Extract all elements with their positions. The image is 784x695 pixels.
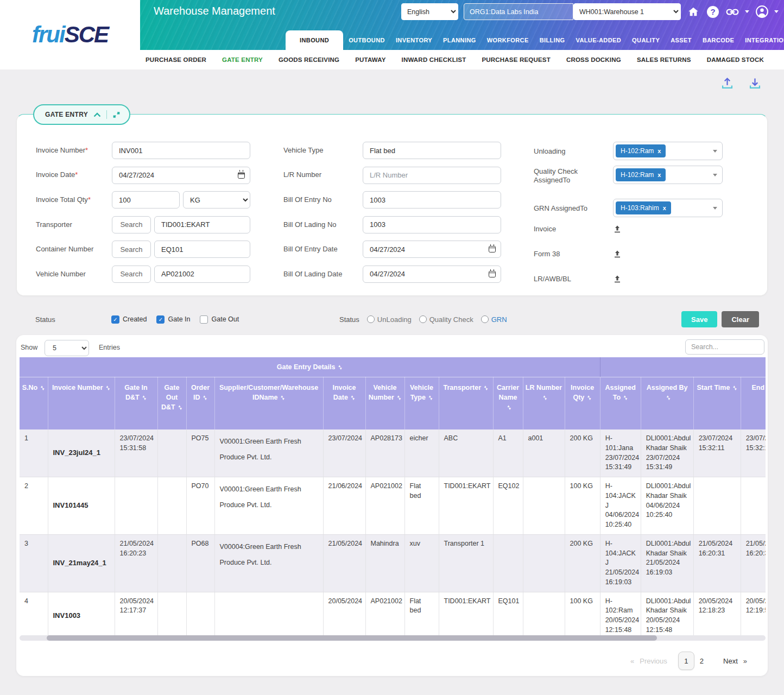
- page-size-select[interactable]: 5: [45, 340, 89, 356]
- tab-value-added[interactable]: VALUE-ADDED: [570, 30, 627, 50]
- bill-of-lading-date-input[interactable]: [363, 266, 501, 283]
- chip-remove-icon[interactable]: x: [657, 148, 661, 154]
- dropdown-caret-icon[interactable]: [713, 207, 717, 210]
- radio-icon[interactable]: [419, 315, 427, 323]
- column-header-invoice-date[interactable]: Invoice Date▲▼: [323, 377, 365, 429]
- subnav-item-inward-checklist[interactable]: INWARD CHECKLIST: [402, 56, 466, 63]
- calendar-icon[interactable]: [489, 246, 496, 252]
- status-radio-grn[interactable]: GRN: [481, 315, 507, 324]
- table-row[interactable]: 1INV_23jul24_123/07/2024 15:31:58PO75V00…: [20, 429, 766, 477]
- previous-button[interactable]: Previous: [640, 657, 667, 665]
- transporter-input[interactable]: [154, 216, 250, 233]
- page-2[interactable]: 2: [700, 657, 704, 665]
- chip-remove-icon[interactable]: x: [663, 205, 666, 211]
- vehicle-number-search-button[interactable]: Search: [112, 266, 151, 283]
- column-header-gate-in-d-t[interactable]: Gate In D&T▲▼: [115, 377, 157, 429]
- column-header-supplier-customer-warehouse-idname[interactable]: Supplier/Customer/Warehouse IDName▲▼: [214, 377, 323, 429]
- invoice-date-input[interactable]: [112, 167, 250, 184]
- tab-inbound[interactable]: INBOUND: [286, 30, 343, 50]
- sort-icon[interactable]: ▲▼: [280, 395, 285, 400]
- column-header-gate-out-d-t[interactable]: Gate Out D&T▲▼: [157, 377, 186, 429]
- bill-of-entry-date-input[interactable]: [363, 241, 501, 258]
- column-header-lr-number[interactable]: LR Number▲▼: [523, 377, 565, 429]
- user-dropdown-caret-icon[interactable]: [774, 10, 779, 13]
- grn-assignedto-multiselect[interactable]: H-103:Rahimx: [613, 199, 723, 217]
- tab-integration[interactable]: INTEGRATION: [739, 30, 784, 50]
- transporter-search-button[interactable]: Search: [112, 216, 151, 233]
- gate-entry-panel-tab[interactable]: GATE ENTRY: [33, 104, 130, 125]
- column-header-vehicle-number[interactable]: Vehicle Number▲▼: [365, 377, 404, 429]
- uom-select[interactable]: KG: [183, 191, 250, 208]
- next-arrow[interactable]: »: [743, 657, 747, 665]
- table-group-header[interactable]: Gate Entry Details▲▼: [20, 357, 600, 377]
- column-header-transporter[interactable]: Transporter▲▼: [439, 377, 493, 429]
- column-header-invoice-qty[interactable]: Invoice Qty▲▼: [565, 377, 600, 429]
- sort-icon[interactable]: ▲▼: [428, 395, 433, 400]
- column-header-assigned-to[interactable]: Assigned To▲▼: [600, 377, 641, 429]
- status-checkbox-gate-out[interactable]: Gate Out: [200, 315, 239, 324]
- horizontal-scrollbar[interactable]: [20, 635, 766, 641]
- subnav-item-purchase-order[interactable]: PURCHASE ORDER: [146, 56, 206, 63]
- invoice-number-input[interactable]: [112, 142, 250, 159]
- link-dropdown-caret-icon[interactable]: [745, 10, 749, 13]
- page-1-current[interactable]: 1: [678, 652, 694, 670]
- subnav-item-purchase-request[interactable]: PURCHASE REQUEST: [482, 56, 551, 63]
- sort-icon[interactable]: ▲▼: [483, 385, 488, 390]
- user-icon[interactable]: [755, 5, 769, 19]
- checked-checkbox-icon[interactable]: ✓: [156, 315, 165, 324]
- tab-inventory[interactable]: INVENTORY: [390, 30, 438, 50]
- table-row[interactable]: 3INV_21may24_121/05/2024 16:20:23PO68V00…: [20, 534, 766, 592]
- unchecked-checkbox-icon[interactable]: [200, 315, 208, 324]
- bill-of-entry-no-input[interactable]: [363, 191, 501, 208]
- sort-icon[interactable]: ▲▼: [623, 395, 628, 400]
- table-search-input[interactable]: [685, 339, 764, 355]
- tab-asset[interactable]: ASSET: [665, 30, 697, 50]
- link-icon[interactable]: [725, 5, 739, 19]
- expand-panel-icon[interactable]: [112, 111, 121, 119]
- sort-icon[interactable]: ▲▼: [40, 385, 45, 390]
- tab-billing[interactable]: BILLING: [534, 30, 571, 50]
- radio-icon[interactable]: [367, 315, 375, 323]
- sort-icon[interactable]: ▲▼: [666, 395, 671, 400]
- sort-icon[interactable]: ▲▼: [350, 395, 355, 400]
- help-icon[interactable]: ?: [706, 5, 720, 19]
- table-row[interactable]: 4INV100320/05/2024 12:17:3720/05/2024AP0…: [20, 592, 766, 635]
- column-header-start-time[interactable]: Start Time▲▼: [693, 377, 741, 429]
- column-header-assigned-by[interactable]: Assigned By▲▼: [641, 377, 693, 429]
- subnav-item-cross-docking[interactable]: CROSS DOCKING: [566, 56, 621, 63]
- download-icon[interactable]: [748, 76, 762, 93]
- tab-quality[interactable]: QUALITY: [627, 30, 665, 50]
- radio-icon[interactable]: [481, 315, 489, 323]
- subnav-item-putaway[interactable]: PUTAWAY: [355, 56, 385, 63]
- invoice-upload-icon[interactable]: [613, 225, 622, 233]
- status-radio-quality-check[interactable]: Quality Check: [419, 315, 473, 324]
- subnav-item-damaged-stock[interactable]: DAMAGED STOCK: [707, 56, 764, 63]
- status-checkbox-gate-in[interactable]: ✓Gate In: [156, 315, 190, 324]
- clear-button[interactable]: Clear: [722, 311, 759, 327]
- column-header-vehicle-type[interactable]: Vehicle Type▲▼: [404, 377, 439, 429]
- status-radio-unloading[interactable]: UnLoading: [367, 315, 412, 324]
- sort-icon[interactable]: ▲▼: [586, 395, 591, 400]
- organization-field[interactable]: ORG1:Data Labs India: [464, 3, 573, 20]
- subnav-item-gate-entry[interactable]: GATE ENTRY: [222, 56, 263, 63]
- tab-planning[interactable]: PLANNING: [438, 30, 482, 50]
- dropdown-caret-icon[interactable]: [713, 150, 717, 153]
- home-icon[interactable]: [686, 5, 700, 19]
- container-number-search-button[interactable]: Search: [112, 241, 151, 258]
- sort-icon[interactable]: ▲▼: [337, 364, 342, 370]
- status-checkbox-created[interactable]: ✓Created: [111, 315, 147, 324]
- calendar-icon[interactable]: [238, 172, 245, 179]
- warehouse-select[interactable]: WH001:Warehouse 1: [573, 3, 681, 20]
- language-select[interactable]: English: [401, 3, 458, 20]
- sort-icon[interactable]: ▲▼: [507, 405, 511, 410]
- next-button[interactable]: Next: [723, 657, 738, 665]
- invoice-total-qty-input[interactable]: [112, 191, 180, 208]
- vehicle-number-input[interactable]: [154, 266, 250, 283]
- lr-number-input[interactable]: [363, 167, 501, 184]
- upload-icon[interactable]: [720, 76, 735, 93]
- unloading-multiselect[interactable]: H-102:Ramx: [613, 142, 723, 160]
- column-header-end-time[interactable]: End Time▲▼: [741, 377, 766, 429]
- sort-icon[interactable]: ▲▼: [142, 395, 147, 400]
- chip-remove-icon[interactable]: x: [657, 172, 661, 178]
- dropdown-caret-icon[interactable]: [713, 174, 717, 176]
